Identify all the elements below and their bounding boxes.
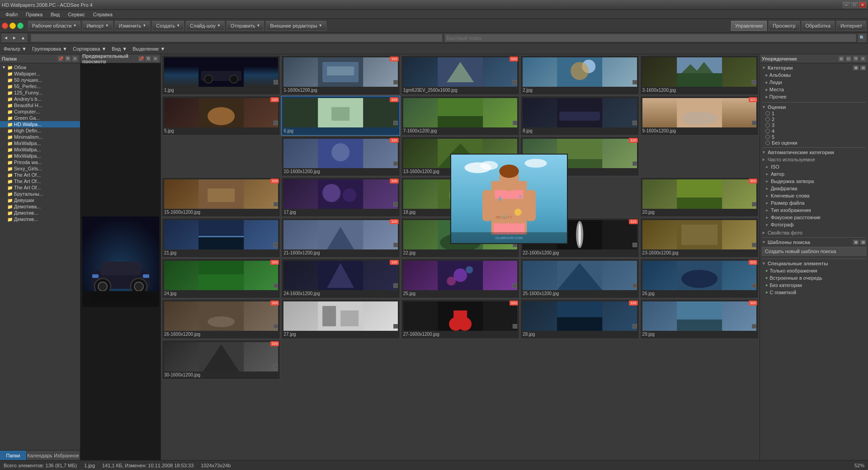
tree-item-14[interactable]: 📁Priroda wa... <box>0 159 80 165</box>
image-cell-25[interactable]: 23-1600x1200.jpg <box>640 218 759 258</box>
special-marked[interactable]: ●С пометкой <box>762 289 866 296</box>
special-queued[interactable]: ●Встроенные в очередь <box>762 274 866 282</box>
special-no-category[interactable]: ●Без категории <box>762 282 866 289</box>
maximize-button[interactable]: □ <box>851 2 858 8</box>
tree-item-artof1[interactable]: 📁The Art Of... <box>0 172 80 178</box>
search-tmpl-icon2[interactable]: ⊟ <box>860 240 866 245</box>
minimize-button[interactable]: ─ <box>843 2 850 8</box>
import-button[interactable]: Импорт ▼ <box>82 21 113 31</box>
image-cell-3[interactable]: 320 1gm6J3EV_2560x1600.jpg <box>401 55 519 95</box>
image-checkbox-34[interactable] <box>632 324 637 329</box>
menu-service[interactable]: Сервис <box>64 11 89 18</box>
category-people[interactable]: ■Люди <box>762 79 866 86</box>
image-checkbox-32[interactable] <box>393 324 398 329</box>
select-dropdown[interactable]: Выделение ▼ <box>132 46 165 52</box>
folders-float-button[interactable]: ⧉ <box>65 56 71 62</box>
image-checkbox-36[interactable] <box>274 365 278 369</box>
image-cell-2[interactable]: 320 1-1600x1200.jpg <box>281 55 400 95</box>
image-checkbox-5[interactable] <box>752 80 756 85</box>
rating-4[interactable]: 4 <box>765 128 866 134</box>
right-panel-icon2[interactable]: ⊟ <box>845 56 852 62</box>
image-checkbox-30[interactable] <box>752 283 756 288</box>
rating-3[interactable]: 3 <box>765 122 866 128</box>
tree-item-6[interactable]: 📁Beautiful H... <box>0 102 80 108</box>
tree-item-demo2[interactable]: 📁Демотив... <box>0 210 80 216</box>
image-cell-31[interactable]: 320 26-1600x1200.jpg <box>162 299 280 339</box>
create-button[interactable]: Создать ▼ <box>152 21 184 31</box>
green-light[interactable] <box>17 23 24 29</box>
image-cell-12[interactable]: 320 10-1600x1200.jpg <box>281 136 400 176</box>
image-cell-5[interactable]: 3-1600x1200.jpg <box>640 55 759 95</box>
tree-item-9[interactable]: 📁High Defin... <box>0 127 80 134</box>
tree-item-1[interactable]: 📁Wallpaper... <box>0 70 80 77</box>
tree-item-7[interactable]: 📁Computer... <box>0 108 80 115</box>
preview-close-button[interactable]: ✕ <box>152 56 159 62</box>
image-checkbox-21[interactable] <box>274 243 278 247</box>
tree-item-12[interactable]: 📁MixWallpa... <box>0 146 80 153</box>
categories-icon2[interactable]: ⊟ <box>860 65 866 70</box>
image-checkbox-2[interactable] <box>393 80 398 85</box>
image-checkbox-7[interactable] <box>393 121 398 125</box>
special-images-only[interactable]: ●Только изображения <box>762 267 866 274</box>
image-checkbox-3[interactable] <box>513 80 517 85</box>
often-author[interactable]: ►Автор <box>762 170 866 178</box>
image-checkbox-25[interactable] <box>752 243 756 247</box>
tree-item-11[interactable]: 📁MixWallpa... <box>0 140 80 146</box>
address-input[interactable]: E:\фотки\Обои\HD.Wallpapers.2008.PC <box>31 34 443 42</box>
image-cell-28[interactable]: 25.jpg <box>401 258 519 298</box>
image-checkbox-17[interactable] <box>393 202 398 207</box>
manage-tab[interactable]: Управление <box>731 21 767 31</box>
rating-1[interactable]: 1 <box>765 111 866 116</box>
menu-help[interactable]: Справка <box>90 11 116 18</box>
internet-tab[interactable]: Интернет <box>836 21 866 31</box>
external-editors-button[interactable]: Внешние редакторы ▼ <box>266 21 326 31</box>
often-iso[interactable]: ►ISO <box>762 163 866 170</box>
often-filesize[interactable]: ►Размер файла <box>762 199 866 207</box>
often-aperture[interactable]: ►Диафрагма <box>762 185 866 192</box>
image-cell-30[interactable]: 320 26.jpg <box>640 258 759 298</box>
tree-item-13[interactable]: 📁MixWallpa... <box>0 153 80 159</box>
search-tmpl-icon1[interactable]: ⊞ <box>853 240 859 245</box>
tree-item-2[interactable]: 📁50 лучших... <box>0 77 80 83</box>
preview-float-button[interactable]: ⧉ <box>145 56 151 62</box>
image-checkbox-12[interactable] <box>393 161 398 166</box>
rating-5[interactable]: 5 <box>765 134 866 140</box>
tree-item-8[interactable]: 📁Green Ga... <box>0 115 80 121</box>
image-checkbox-27[interactable] <box>393 283 398 288</box>
image-cell-34[interactable]: 320 28.jpg <box>520 299 639 339</box>
image-checkbox-6[interactable] <box>274 121 278 125</box>
workspace-button[interactable]: Рабочие области ▼ <box>28 21 80 31</box>
image-checkbox-10[interactable] <box>752 121 756 125</box>
tree-item-4[interactable]: 📁125_Funny... <box>0 89 80 96</box>
rating-2[interactable]: 2 <box>765 117 866 122</box>
tree-item-wallpaper[interactable]: ▼ 📁 Обои <box>0 64 80 70</box>
create-template-button[interactable]: Создать новый шаблон поиска <box>762 247 866 256</box>
image-checkbox-4[interactable] <box>632 80 637 85</box>
category-other[interactable]: ■Прочее <box>762 93 866 100</box>
category-places[interactable]: ■Места <box>762 86 866 93</box>
menu-view[interactable]: Вид <box>47 11 63 18</box>
image-checkbox-1[interactable] <box>274 80 278 85</box>
image-cell-17[interactable]: 320 17.jpg <box>281 177 400 217</box>
tree-item-demo1[interactable]: 📁Демотива... <box>0 203 80 210</box>
menu-file[interactable]: Файл <box>2 11 21 18</box>
slideshow-button[interactable]: Слайд-шоу ▼ <box>186 21 225 31</box>
image-cell-6[interactable]: 320 5.jpg <box>162 96 280 136</box>
image-checkbox-9[interactable] <box>632 121 637 125</box>
image-checkbox-16[interactable] <box>274 202 278 207</box>
image-cell-33[interactable]: 320 27-1600x1200.jpg <box>401 299 519 339</box>
tree-item-brutal[interactable]: 📁Брутальны... <box>0 191 80 197</box>
image-checkbox-14[interactable] <box>632 161 637 166</box>
category-albums[interactable]: ■Альбомы <box>762 71 866 79</box>
view-dropdown[interactable]: Вид ▼ <box>112 46 127 52</box>
image-cell-35[interactable]: 320 29.jpg <box>640 299 759 339</box>
tree-item-hd[interactable]: 📁HD.Wallpa... <box>0 121 80 127</box>
image-cell-16[interactable]: 320 15-1600x1200.jpg <box>162 177 280 217</box>
image-checkbox-22[interactable] <box>393 243 398 247</box>
sort-dropdown[interactable]: Сортировка ▼ <box>73 46 106 52</box>
categories-icon1[interactable]: ⊞ <box>853 65 859 70</box>
often-keywords[interactable]: ►Ключевые слова <box>762 192 866 199</box>
image-checkbox-26[interactable] <box>274 283 278 288</box>
image-cell-26[interactable]: 320 24.jpg <box>162 258 280 298</box>
tree-item-demo3[interactable]: 📁Демотив... <box>0 216 80 222</box>
